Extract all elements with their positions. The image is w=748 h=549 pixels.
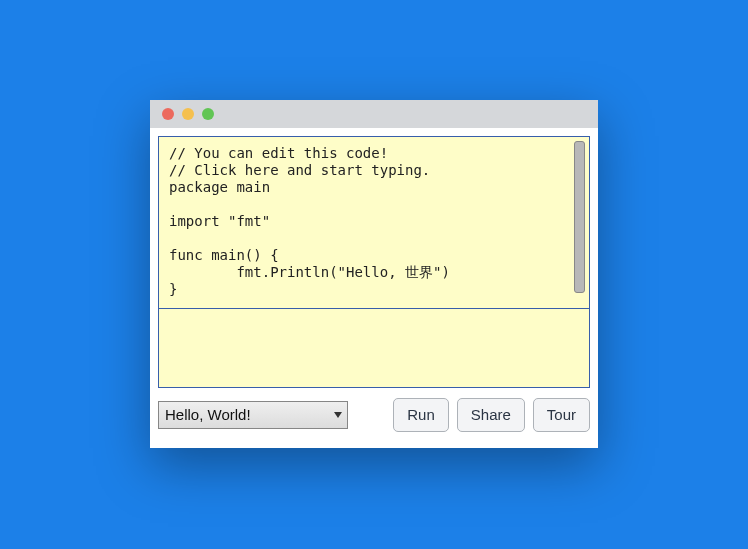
example-select-value: Hello, World! — [165, 406, 251, 423]
example-select[interactable]: Hello, World! — [158, 401, 348, 429]
output-pane — [159, 309, 589, 387]
window-content: // You can edit this code! // Click here… — [150, 128, 598, 448]
chevron-down-icon — [330, 403, 345, 427]
run-button[interactable]: Run — [393, 398, 449, 432]
maximize-icon[interactable] — [202, 108, 214, 120]
titlebar — [150, 100, 598, 128]
code-editor[interactable]: // You can edit this code! // Click here… — [159, 137, 589, 309]
toolbar: Hello, World! Run Share Tour — [158, 398, 590, 432]
app-window: // You can edit this code! // Click here… — [150, 100, 598, 448]
share-button[interactable]: Share — [457, 398, 525, 432]
tour-button[interactable]: Tour — [533, 398, 590, 432]
minimize-icon[interactable] — [182, 108, 194, 120]
editor-area: // You can edit this code! // Click here… — [158, 136, 590, 388]
close-icon[interactable] — [162, 108, 174, 120]
scrollbar-vertical[interactable] — [574, 141, 585, 293]
button-group: Run Share Tour — [393, 398, 590, 432]
code-text[interactable]: // You can edit this code! // Click here… — [159, 137, 589, 308]
svg-marker-0 — [334, 412, 342, 418]
